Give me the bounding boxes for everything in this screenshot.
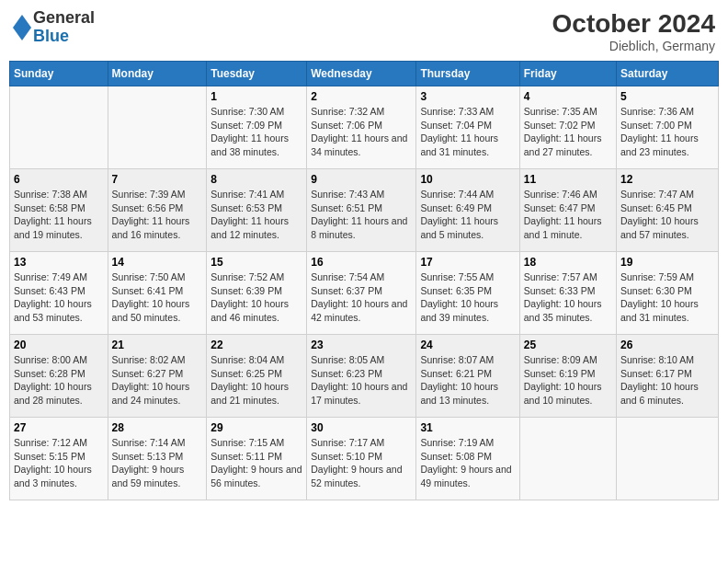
calendar-day-cell: 19Sunrise: 7:59 AM Sunset: 6:30 PM Dayli… bbox=[617, 252, 719, 335]
day-info: Sunrise: 7:52 AM Sunset: 6:39 PM Dayligh… bbox=[210, 270, 302, 325]
calendar-day-cell: 22Sunrise: 8:04 AM Sunset: 6:25 PM Dayli… bbox=[207, 335, 307, 418]
weekday-header-cell: Wednesday bbox=[307, 62, 416, 86]
location-subtitle: Dieblich, Germany bbox=[552, 39, 715, 53]
weekday-header-cell: Sunday bbox=[10, 62, 108, 86]
calendar-day-cell: 27Sunrise: 7:12 AM Sunset: 5:15 PM Dayli… bbox=[10, 418, 108, 500]
day-number: 7 bbox=[112, 173, 203, 186]
calendar-day-cell: 13Sunrise: 7:49 AM Sunset: 6:43 PM Dayli… bbox=[10, 252, 108, 335]
calendar-day-cell: 8Sunrise: 7:41 AM Sunset: 6:53 PM Daylig… bbox=[207, 169, 307, 252]
day-info: Sunrise: 7:47 AM Sunset: 6:45 PM Dayligh… bbox=[620, 188, 714, 242]
calendar-day-cell bbox=[108, 86, 207, 169]
logo-icon bbox=[13, 15, 31, 40]
calendar-day-cell: 23Sunrise: 8:05 AM Sunset: 6:23 PM Dayli… bbox=[307, 335, 416, 418]
weekday-header-cell: Saturday bbox=[617, 62, 719, 86]
day-number: 16 bbox=[311, 256, 412, 269]
day-info: Sunrise: 7:55 AM Sunset: 6:35 PM Dayligh… bbox=[420, 270, 515, 325]
day-info: Sunrise: 7:19 AM Sunset: 5:08 PM Dayligh… bbox=[420, 436, 515, 490]
day-number: 12 bbox=[620, 173, 714, 186]
day-number: 2 bbox=[311, 90, 412, 103]
logo-blue: Blue bbox=[33, 28, 95, 46]
title-block: October 2024 Dieblich, Germany bbox=[552, 9, 715, 53]
logo-text: General Blue bbox=[33, 9, 95, 46]
day-info: Sunrise: 7:59 AM Sunset: 6:30 PM Dayligh… bbox=[620, 270, 714, 325]
day-number: 8 bbox=[210, 173, 302, 186]
calendar-day-cell: 21Sunrise: 8:02 AM Sunset: 6:27 PM Dayli… bbox=[108, 335, 207, 418]
day-info: Sunrise: 8:05 AM Sunset: 6:23 PM Dayligh… bbox=[311, 353, 412, 408]
day-number: 19 bbox=[620, 256, 714, 269]
day-info: Sunrise: 7:39 AM Sunset: 6:56 PM Dayligh… bbox=[112, 188, 203, 242]
day-number: 23 bbox=[311, 339, 412, 351]
day-number: 13 bbox=[14, 256, 104, 269]
day-info: Sunrise: 7:38 AM Sunset: 6:58 PM Dayligh… bbox=[14, 188, 104, 242]
day-info: Sunrise: 7:49 AM Sunset: 6:43 PM Dayligh… bbox=[14, 270, 104, 325]
day-number: 6 bbox=[14, 173, 104, 186]
day-info: Sunrise: 8:09 AM Sunset: 6:19 PM Dayligh… bbox=[524, 353, 612, 408]
day-number: 30 bbox=[311, 421, 412, 434]
calendar-day-cell: 7Sunrise: 7:39 AM Sunset: 6:56 PM Daylig… bbox=[108, 169, 207, 252]
day-info: Sunrise: 7:14 AM Sunset: 5:13 PM Dayligh… bbox=[112, 436, 203, 490]
weekday-header-row: SundayMondayTuesdayWednesdayThursdayFrid… bbox=[10, 62, 719, 86]
calendar-day-cell: 15Sunrise: 7:52 AM Sunset: 6:39 PM Dayli… bbox=[207, 252, 307, 335]
day-number: 20 bbox=[14, 339, 104, 351]
calendar-day-cell: 4Sunrise: 7:35 AM Sunset: 7:02 PM Daylig… bbox=[519, 86, 616, 169]
day-number: 3 bbox=[420, 90, 515, 103]
day-info: Sunrise: 7:17 AM Sunset: 5:10 PM Dayligh… bbox=[311, 436, 412, 490]
calendar-table: SundayMondayTuesdayWednesdayThursdayFrid… bbox=[9, 61, 719, 500]
calendar-day-cell: 6Sunrise: 7:38 AM Sunset: 6:58 PM Daylig… bbox=[10, 169, 108, 252]
day-info: Sunrise: 7:46 AM Sunset: 6:47 PM Dayligh… bbox=[524, 188, 612, 242]
page-header: General Blue October 2024 Dieblich, Germ… bbox=[9, 9, 719, 53]
calendar-day-cell bbox=[617, 418, 719, 500]
day-info: Sunrise: 8:00 AM Sunset: 6:28 PM Dayligh… bbox=[14, 353, 104, 408]
day-number: 25 bbox=[524, 339, 612, 351]
calendar-day-cell: 25Sunrise: 8:09 AM Sunset: 6:19 PM Dayli… bbox=[519, 335, 616, 418]
day-info: Sunrise: 8:10 AM Sunset: 6:17 PM Dayligh… bbox=[620, 353, 714, 408]
calendar-day-cell: 30Sunrise: 7:17 AM Sunset: 5:10 PM Dayli… bbox=[307, 418, 416, 500]
day-info: Sunrise: 7:50 AM Sunset: 6:41 PM Dayligh… bbox=[112, 270, 203, 325]
calendar-day-cell: 12Sunrise: 7:47 AM Sunset: 6:45 PM Dayli… bbox=[617, 169, 719, 252]
day-number: 27 bbox=[14, 421, 104, 434]
day-number: 21 bbox=[112, 339, 203, 351]
day-number: 14 bbox=[112, 256, 203, 269]
day-number: 29 bbox=[210, 421, 302, 434]
calendar-day-cell: 20Sunrise: 8:00 AM Sunset: 6:28 PM Dayli… bbox=[10, 335, 108, 418]
day-number: 17 bbox=[420, 256, 515, 269]
day-number: 18 bbox=[524, 256, 612, 269]
calendar-day-cell: 14Sunrise: 7:50 AM Sunset: 6:41 PM Dayli… bbox=[108, 252, 207, 335]
day-info: Sunrise: 7:36 AM Sunset: 7:00 PM Dayligh… bbox=[620, 105, 714, 159]
day-info: Sunrise: 7:54 AM Sunset: 6:37 PM Dayligh… bbox=[311, 270, 412, 325]
day-number: 26 bbox=[620, 339, 714, 351]
day-info: Sunrise: 7:15 AM Sunset: 5:11 PM Dayligh… bbox=[210, 436, 302, 490]
weekday-header-cell: Tuesday bbox=[207, 62, 307, 86]
weekday-header-cell: Friday bbox=[519, 62, 616, 86]
day-number: 5 bbox=[620, 90, 714, 103]
logo: General Blue bbox=[13, 9, 95, 46]
calendar-day-cell: 29Sunrise: 7:15 AM Sunset: 5:11 PM Dayli… bbox=[207, 418, 307, 500]
svg-marker-0 bbox=[13, 15, 31, 40]
calendar-day-cell: 18Sunrise: 7:57 AM Sunset: 6:33 PM Dayli… bbox=[519, 252, 616, 335]
calendar-day-cell bbox=[519, 418, 616, 500]
day-number: 28 bbox=[112, 421, 203, 434]
day-info: Sunrise: 7:33 AM Sunset: 7:04 PM Dayligh… bbox=[420, 105, 515, 159]
day-number: 31 bbox=[420, 421, 515, 434]
calendar-week-row: 6Sunrise: 7:38 AM Sunset: 6:58 PM Daylig… bbox=[10, 169, 719, 252]
day-info: Sunrise: 7:32 AM Sunset: 7:06 PM Dayligh… bbox=[311, 105, 412, 159]
day-number: 22 bbox=[210, 339, 302, 351]
day-info: Sunrise: 7:57 AM Sunset: 6:33 PM Dayligh… bbox=[524, 270, 612, 325]
day-info: Sunrise: 8:04 AM Sunset: 6:25 PM Dayligh… bbox=[210, 353, 302, 408]
calendar-week-row: 20Sunrise: 8:00 AM Sunset: 6:28 PM Dayli… bbox=[10, 335, 719, 418]
calendar-day-cell: 5Sunrise: 7:36 AM Sunset: 7:00 PM Daylig… bbox=[617, 86, 719, 169]
calendar-day-cell: 24Sunrise: 8:07 AM Sunset: 6:21 PM Dayli… bbox=[416, 335, 519, 418]
day-number: 4 bbox=[524, 90, 612, 103]
calendar-day-cell: 17Sunrise: 7:55 AM Sunset: 6:35 PM Dayli… bbox=[416, 252, 519, 335]
calendar-week-row: 1Sunrise: 7:30 AM Sunset: 7:09 PM Daylig… bbox=[10, 86, 719, 169]
day-number: 24 bbox=[420, 339, 515, 351]
calendar-day-cell: 10Sunrise: 7:44 AM Sunset: 6:49 PM Dayli… bbox=[416, 169, 519, 252]
logo-general: General bbox=[33, 9, 95, 28]
calendar-week-row: 13Sunrise: 7:49 AM Sunset: 6:43 PM Dayli… bbox=[10, 252, 719, 335]
day-number: 1 bbox=[210, 90, 302, 103]
weekday-header-cell: Thursday bbox=[416, 62, 519, 86]
calendar-day-cell: 26Sunrise: 8:10 AM Sunset: 6:17 PM Dayli… bbox=[617, 335, 719, 418]
day-info: Sunrise: 7:30 AM Sunset: 7:09 PM Dayligh… bbox=[210, 105, 302, 159]
calendar-day-cell: 1Sunrise: 7:30 AM Sunset: 7:09 PM Daylig… bbox=[207, 86, 307, 169]
day-info: Sunrise: 7:35 AM Sunset: 7:02 PM Dayligh… bbox=[524, 105, 612, 159]
